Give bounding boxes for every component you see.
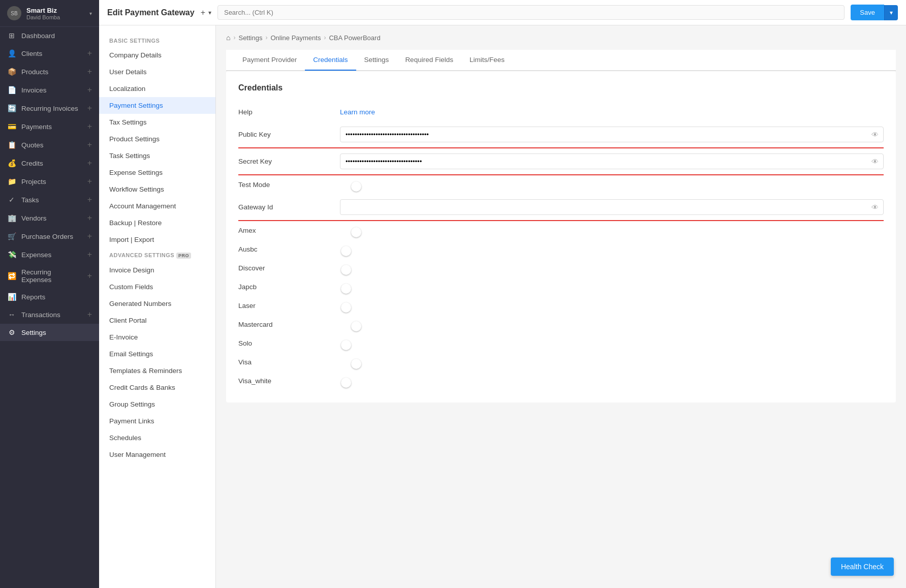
- settings-item-payment-settings[interactable]: Payment Settings: [99, 97, 215, 114]
- tab-credentials[interactable]: Credentials: [305, 50, 356, 71]
- nav-add-icon-recurring-expenses[interactable]: +: [87, 271, 92, 281]
- nav-icon-projects: 📁: [7, 177, 16, 185]
- settings-item-expense-settings[interactable]: Expense Settings: [99, 164, 215, 181]
- save-dropdown-button[interactable]: ▾: [884, 5, 898, 20]
- sidebar-item-reports[interactable]: 📊 Reports: [0, 288, 99, 305]
- learn-more-link[interactable]: Learn more: [340, 108, 375, 116]
- settings-item-tax-settings[interactable]: Tax Settings: [99, 114, 215, 131]
- nav-add-icon-payments[interactable]: +: [87, 122, 92, 131]
- sidebar-item-products[interactable]: 📦 Products +: [0, 63, 99, 81]
- test-mode-toggle-wrapper: [340, 180, 884, 189]
- sidebar-item-transactions[interactable]: ↔ Transactions +: [0, 305, 99, 324]
- main-area: Edit Payment Gateway + ▾ Save ▾ BASIC SE…: [99, 0, 906, 588]
- sidebar-nav: ⊞ Dashboard 👤 Clients + 📦 Products + 📄 I…: [0, 27, 99, 341]
- gateway-id-eye-icon[interactable]: 👁: [871, 203, 879, 211]
- settings-item-credit-cards-banks[interactable]: Credit Cards & Banks: [99, 379, 215, 396]
- settings-item-user-details[interactable]: User Details: [99, 64, 215, 80]
- gateway-id-input[interactable]: [340, 199, 884, 215]
- nav-add-icon-recurring-invoices[interactable]: +: [87, 104, 92, 113]
- secret-key-eye-icon[interactable]: 👁: [871, 158, 879, 166]
- settings-item-schedules[interactable]: Schedules: [99, 429, 215, 446]
- breadcrumb-settings[interactable]: Settings: [238, 34, 262, 42]
- public-key-input-wrapper: 👁: [340, 127, 884, 142]
- sidebar-item-vendors[interactable]: 🏢 Vendors +: [0, 209, 99, 227]
- nav-add-icon-quotes[interactable]: +: [87, 140, 92, 149]
- settings-item-templates-reminders[interactable]: Templates & Reminders: [99, 362, 215, 379]
- search-input[interactable]: [217, 5, 845, 20]
- japcb-label: Japcb: [238, 283, 340, 291]
- nav-add-icon-invoices[interactable]: +: [87, 85, 92, 95]
- breadcrumb-cba[interactable]: CBA PowerBoard: [329, 34, 380, 42]
- nav-add-icon-expenses[interactable]: +: [87, 250, 92, 259]
- sidebar-item-quotes[interactable]: 📋 Quotes +: [0, 136, 99, 154]
- nav-add-icon-credits[interactable]: +: [87, 159, 92, 168]
- save-button[interactable]: Save: [851, 5, 884, 20]
- settings-item-email-settings[interactable]: Email Settings: [99, 346, 215, 362]
- sidebar-item-clients[interactable]: 👤 Clients +: [0, 44, 99, 63]
- nav-add-icon-projects[interactable]: +: [87, 177, 92, 186]
- settings-item-localization[interactable]: Localization: [99, 80, 215, 97]
- visa-thumb: [351, 359, 361, 369]
- settings-item-group-settings[interactable]: Group Settings: [99, 396, 215, 413]
- nav-label-vendors: Vendors: [21, 214, 82, 222]
- secret-key-value: 👁: [340, 153, 884, 169]
- tab-payment-provider[interactable]: Payment Provider: [234, 50, 305, 71]
- nav-add-icon-products[interactable]: +: [87, 67, 92, 76]
- sidebar-item-invoices[interactable]: 📄 Invoices +: [0, 81, 99, 99]
- chevron-down-icon[interactable]: ▾: [208, 9, 211, 16]
- settings-item-company-details[interactable]: Company Details: [99, 47, 215, 64]
- settings-item-import-export[interactable]: Import | Export: [99, 231, 215, 248]
- settings-item-task-settings[interactable]: Task Settings: [99, 147, 215, 164]
- sidebar-item-recurring-invoices[interactable]: 🔄 Recurring Invoices +: [0, 99, 99, 117]
- nav-add-icon-purchase-orders[interactable]: +: [87, 232, 92, 241]
- public-key-eye-icon[interactable]: 👁: [871, 131, 879, 139]
- sidebar-header[interactable]: SB Smart Biz David Bomba ▾: [0, 0, 99, 27]
- health-check-button[interactable]: Health Check: [831, 558, 894, 576]
- amex-row: Amex: [238, 221, 884, 240]
- settings-item-invoice-design[interactable]: Invoice Design: [99, 262, 215, 278]
- home-icon[interactable]: ⌂: [226, 34, 230, 42]
- ausbc-thumb: [341, 246, 351, 256]
- nav-add-icon-tasks[interactable]: +: [87, 195, 92, 204]
- settings-item-generated-numbers[interactable]: Generated Numbers: [99, 295, 215, 312]
- public-key-label: Public Key: [238, 131, 340, 138]
- settings-item-product-settings[interactable]: Product Settings: [99, 131, 215, 147]
- settings-item-account-management[interactable]: Account Management: [99, 198, 215, 214]
- nav-add-icon-vendors[interactable]: +: [87, 213, 92, 223]
- settings-item-user-management[interactable]: User Management: [99, 446, 215, 463]
- sidebar-item-projects[interactable]: 📁 Projects +: [0, 172, 99, 191]
- settings-item-backup-restore[interactable]: Backup | Restore: [99, 214, 215, 231]
- secret-key-input[interactable]: [340, 153, 884, 169]
- tab-settings[interactable]: Settings: [356, 50, 397, 71]
- tab-required-fields[interactable]: Required Fields: [397, 50, 461, 71]
- sidebar-item-purchase-orders[interactable]: 🛒 Purchase Orders +: [0, 227, 99, 245]
- settings-item-e-invoice[interactable]: E-Invoice: [99, 329, 215, 346]
- nav-add-icon-transactions[interactable]: +: [87, 310, 92, 319]
- visa-row: Visa: [238, 353, 884, 372]
- breadcrumb: ⌂ › Settings › Online Payments › CBA Pow…: [226, 34, 896, 42]
- sidebar-item-expenses[interactable]: 💸 Expenses +: [0, 245, 99, 264]
- settings-item-payment-links[interactable]: Payment Links: [99, 413, 215, 429]
- tabs-bar: Payment ProviderCredentialsSettingsRequi…: [226, 50, 896, 71]
- sidebar-item-settings[interactable]: ⚙ Settings: [0, 324, 99, 341]
- sidebar-item-payments[interactable]: 💳 Payments +: [0, 117, 99, 136]
- solo-thumb: [341, 340, 351, 350]
- topbar: Edit Payment Gateway + ▾ Save ▾: [99, 0, 906, 25]
- breadcrumb-online-payments[interactable]: Online Payments: [270, 34, 321, 42]
- main-panel: ⌂ › Settings › Online Payments › CBA Pow…: [216, 25, 906, 588]
- settings-item-custom-fields[interactable]: Custom Fields: [99, 278, 215, 295]
- sidebar-item-dashboard[interactable]: ⊞ Dashboard: [0, 27, 99, 44]
- settings-item-client-portal[interactable]: Client Portal: [99, 312, 215, 329]
- sidebar-item-tasks[interactable]: ✓ Tasks +: [0, 191, 99, 209]
- nav-add-icon-clients[interactable]: +: [87, 49, 92, 58]
- add-icon[interactable]: +: [201, 8, 205, 17]
- nav-label-quotes: Quotes: [21, 141, 82, 149]
- nav-label-dashboard: Dashboard: [21, 32, 92, 40]
- sidebar-item-credits[interactable]: 💰 Credits +: [0, 154, 99, 172]
- settings-item-workflow-settings[interactable]: Workflow Settings: [99, 181, 215, 198]
- public-key-input[interactable]: [340, 127, 884, 142]
- tab-limits-fees[interactable]: Limits/Fees: [461, 50, 513, 71]
- ausbc-row: Ausbc: [238, 240, 884, 259]
- nav-icon-purchase-orders: 🛒: [7, 232, 16, 240]
- sidebar-item-recurring-expenses[interactable]: 🔁 Recurring Expenses +: [0, 264, 99, 288]
